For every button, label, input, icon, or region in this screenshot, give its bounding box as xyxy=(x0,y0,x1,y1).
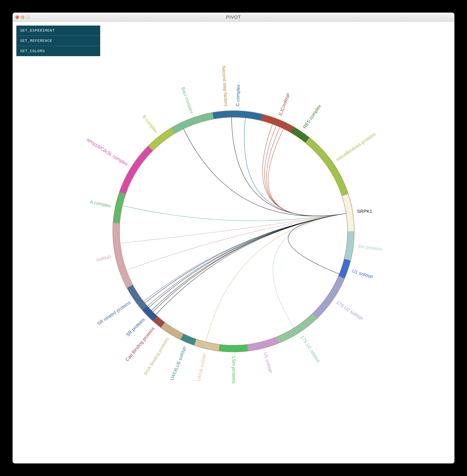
category-label[interactable]: U1 snRNP xyxy=(351,268,374,280)
chord-link[interactable] xyxy=(149,213,346,308)
chord-link[interactable] xyxy=(147,213,347,306)
arc-segment[interactable] xyxy=(247,337,279,351)
arc-segment[interactable] xyxy=(181,334,196,345)
chord-diagram[interactable]: Second step factorsBact complexB complex… xyxy=(13,22,454,463)
app-window: PIVOT SET_EXPERIMENT SET_REFERENCE SET_C… xyxy=(13,13,454,463)
arc-segment[interactable] xyxy=(344,231,354,260)
chord-link[interactable] xyxy=(126,213,346,270)
arc-segment[interactable] xyxy=(161,322,183,340)
chord-link[interactable] xyxy=(273,213,346,328)
arc-segment[interactable] xyxy=(219,345,248,352)
window-controls xyxy=(15,15,30,19)
close-icon[interactable] xyxy=(15,15,19,19)
category-label[interactable]: EJC/mRNP xyxy=(277,92,291,116)
category-label[interactable]: Second step factors xyxy=(221,66,229,107)
arc-segment[interactable] xyxy=(305,138,348,196)
category-label[interactable]: 17S U2 related xyxy=(300,335,321,363)
category-label[interactable]: hnRNP xyxy=(96,254,112,263)
chord-link[interactable] xyxy=(183,129,346,216)
category-label[interactable]: SR related proteins xyxy=(96,300,132,326)
zoom-icon[interactable] xyxy=(26,15,30,19)
arc-segment[interactable] xyxy=(148,128,175,150)
arc-segment[interactable] xyxy=(276,313,317,343)
arc-segment[interactable] xyxy=(119,146,153,194)
arc-segment[interactable] xyxy=(291,127,309,142)
category-label[interactable]: Sm proteins xyxy=(357,244,383,252)
category-label[interactable]: Bact complex xyxy=(180,86,195,114)
category-label[interactable]: hPrp19/Cdc5L complex xyxy=(86,137,129,167)
category-label[interactable]: LSm proteins xyxy=(231,356,236,384)
chord-link[interactable] xyxy=(206,213,346,342)
window-title: PIVOT xyxy=(13,14,454,20)
arc-segment[interactable] xyxy=(171,112,218,133)
chord-link[interactable] xyxy=(151,213,346,311)
arc-segment[interactable] xyxy=(339,259,350,278)
category-label[interactable]: U4/U6.U5 snRNP xyxy=(169,346,188,381)
titlebar[interactable]: PIVOT xyxy=(13,13,454,22)
minimize-icon[interactable] xyxy=(21,15,24,19)
category-label[interactable]: C complex xyxy=(235,84,241,106)
category-label[interactable]: 17S U2 snRNP xyxy=(335,300,364,322)
arc-segment[interactable] xyxy=(261,114,294,132)
chord-link[interactable] xyxy=(288,213,347,274)
category-label[interactable]: SR proteins xyxy=(125,317,146,337)
category-label[interactable]: RES complex xyxy=(302,103,322,129)
category-label[interactable]: RNA binding proteins xyxy=(143,337,170,376)
chord-link[interactable] xyxy=(143,213,347,302)
arc-segment[interactable] xyxy=(342,194,354,231)
chord-link[interactable] xyxy=(153,213,347,312)
category-label[interactable]: U4/U6 snRNP xyxy=(196,353,208,382)
chord-link[interactable] xyxy=(156,213,346,315)
arc-segment[interactable] xyxy=(313,276,345,318)
category-label[interactable]: miscelleneous proteins xyxy=(335,131,377,162)
category-label[interactable]: A complex xyxy=(90,199,111,209)
main-canvas: SET_EXPERIMENT SET_REFERENCE SET_COLORS … xyxy=(13,22,454,463)
arc-segment[interactable] xyxy=(127,285,147,310)
category-label[interactable]: B complex xyxy=(142,114,159,134)
category-label[interactable]: U5 snRNP xyxy=(263,351,273,374)
arc-segment[interactable] xyxy=(213,111,263,120)
srpk1-label[interactable]: SRPK1 xyxy=(357,209,372,214)
